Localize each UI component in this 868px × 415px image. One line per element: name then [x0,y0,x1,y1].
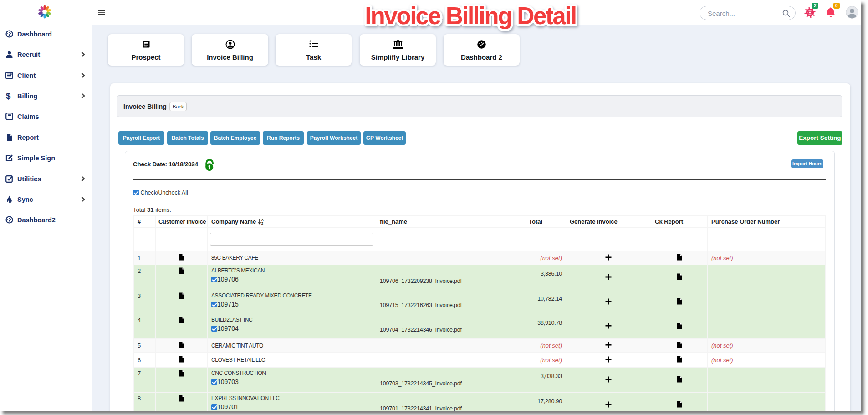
svg-text:A: A [261,218,264,221]
svg-text:Z: Z [261,222,263,225]
svg-text:Invoice Billing Detail: Invoice Billing Detail [365,2,576,29]
